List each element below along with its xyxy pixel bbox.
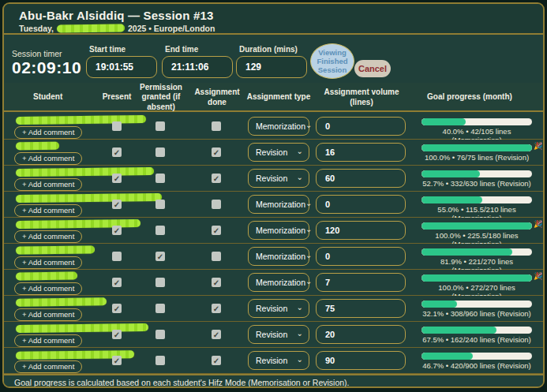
add-comment-button[interactable]: + Add comment: [14, 360, 82, 373]
goal-progress: 100.0% • 225.5/180 lines (Memorization) …: [421, 218, 537, 244]
party-popper-icon: 🎉: [534, 142, 542, 150]
assignment-type-select[interactable]: Revision ⌄: [248, 143, 309, 162]
start-time-input[interactable]: 19:01:55: [86, 56, 157, 78]
add-comment-button[interactable]: + Add comment: [14, 178, 82, 191]
permission-checkbox[interactable]: [155, 147, 165, 157]
assignment-type-value: Memorization: [256, 226, 305, 235]
column-header-assignment-volume: Assignment volume (lines): [317, 83, 406, 112]
permission-checkbox[interactable]: [155, 174, 165, 183]
assignment-type-select[interactable]: Memorization ⌄: [248, 117, 309, 136]
progress-bar: [421, 301, 532, 308]
footer-note: Goal progress is calculated based on eac…: [14, 378, 350, 387]
duration-label: Duration (mins): [239, 45, 307, 54]
present-checkbox[interactable]: ✓: [112, 278, 122, 287]
assignment-done-checkbox[interactable]: [212, 252, 221, 261]
chevron-down-icon: ⌄: [297, 173, 303, 181]
assignment-done-checkbox[interactable]: [212, 200, 221, 209]
add-comment-button[interactable]: + Add comment: [14, 308, 82, 321]
progress-fill: [421, 327, 496, 334]
permission-checkbox[interactable]: [155, 226, 165, 235]
permission-checkbox[interactable]: [155, 356, 165, 365]
assignment-volume-input[interactable]: 0: [316, 247, 406, 266]
add-comment-button[interactable]: + Add comment: [14, 334, 82, 347]
assignment-volume-input[interactable]: 0: [316, 117, 406, 136]
progress-fill: [421, 222, 532, 230]
add-comment-button[interactable]: + Add comment: [14, 230, 82, 243]
student-name: [16, 116, 122, 124]
assignment-type-select[interactable]: Memorization ⌄: [248, 195, 309, 214]
name-redaction-highlight: [16, 245, 95, 254]
end-time-field: End time 21:11:06: [162, 45, 233, 78]
assignment-done-checkbox[interactable]: ✓: [212, 174, 221, 183]
permission-checkbox[interactable]: [155, 330, 165, 339]
session-controls: Session timer 02:09:10 Start time 19:01:…: [4, 36, 543, 83]
assignment-done-checkbox[interactable]: ✓: [212, 226, 221, 235]
add-comment-button[interactable]: + Add comment: [14, 152, 82, 165]
chevron-down-icon: ⌄: [305, 277, 312, 286]
goal-progress: 52.7% • 332/630 lines (Revision) 🎉: [421, 166, 537, 192]
present-checkbox[interactable]: ✓: [112, 174, 122, 183]
assignment-type-select[interactable]: Revision ⌄: [248, 169, 309, 188]
assignment-type-select[interactable]: Memorization ⌄: [248, 247, 309, 266]
present-checkbox[interactable]: [112, 252, 122, 261]
end-time-input[interactable]: 21:11:06: [162, 56, 233, 78]
assignment-type-value: Memorization: [256, 121, 305, 131]
assignment-volume-input[interactable]: 0: [316, 195, 406, 214]
assignment-volume-input[interactable]: 90: [316, 351, 406, 370]
present-checkbox[interactable]: ✓: [112, 147, 122, 157]
present-checkbox[interactable]: ✓: [112, 330, 122, 339]
assignment-done-checkbox[interactable]: ✓: [212, 147, 221, 157]
permission-checkbox[interactable]: [155, 278, 165, 287]
progress-text: 46.7% • 420/900 lines (Revision): [421, 361, 532, 370]
duration-input[interactable]: 129: [236, 56, 307, 78]
session-date: Tuesday, 2025 • Europe/London: [19, 24, 543, 33]
goal-progress: 46.7% • 420/900 lines (Revision) 🎉: [421, 348, 537, 374]
student-row: + Add comment Memorization ⌄ 0 40.0% • 4…: [4, 114, 543, 140]
chevron-down-icon: ⌄: [305, 199, 312, 207]
name-redaction-highlight: [16, 167, 154, 177]
add-comment-button[interactable]: + Add comment: [14, 204, 82, 217]
assignment-volume-input[interactable]: 16: [316, 143, 406, 162]
student-row: + Add comment ✓ Memorization ⌄ 0 55.0% •…: [4, 192, 543, 218]
name-redaction-highlight: [16, 323, 148, 333]
assignment-volume-input[interactable]: 75: [316, 299, 406, 318]
student-row: + Add comment ✓ ✓ Revision ⌄ 20 67.5% • …: [4, 322, 543, 348]
assignment-type-select[interactable]: Revision ⌄: [248, 325, 309, 344]
present-checkbox[interactable]: ✓: [112, 200, 122, 209]
cancel-button[interactable]: Cancel: [354, 60, 391, 77]
assignment-volume-input[interactable]: 20: [316, 325, 406, 344]
present-checkbox[interactable]: [112, 121, 122, 131]
assignment-done-checkbox[interactable]: ✓: [212, 330, 221, 339]
present-checkbox[interactable]: ✓: [112, 226, 122, 235]
assignment-type-select[interactable]: Memorization ⌄: [248, 221, 309, 240]
party-popper-icon: 🎉: [534, 272, 542, 280]
student-row: Fawaz + Add comment ✓ ✓ Revision ⌄ 90 46…: [4, 348, 543, 374]
permission-checkbox[interactable]: [155, 304, 165, 313]
assignment-type-select[interactable]: Revision ⌄: [248, 299, 309, 318]
party-popper-icon: 🎉: [534, 220, 542, 228]
assignment-done-checkbox[interactable]: [212, 121, 221, 131]
title-bar: Abu-Bakr Alsiddiq — Session #13 Tuesday,…: [4, 4, 543, 35]
assignment-type-select[interactable]: Revision ⌄: [248, 351, 309, 370]
permission-checkbox[interactable]: [155, 121, 165, 131]
assignment-volume-input[interactable]: 60: [316, 169, 406, 188]
assignment-done-checkbox[interactable]: ✓: [212, 278, 221, 287]
permission-checkbox[interactable]: ✓: [155, 252, 165, 261]
permission-checkbox[interactable]: [155, 200, 165, 209]
present-checkbox[interactable]: ✓: [112, 304, 122, 313]
assignment-done-checkbox[interactable]: ✓: [212, 356, 221, 365]
assignment-type-select[interactable]: Memorization ⌄: [248, 273, 309, 292]
student-row: + Add comment ✓ ✓ Memorization ⌄ 7 100.0…: [4, 270, 543, 296]
assignment-type-value: Revision: [256, 174, 287, 183]
progress-fill: [421, 118, 466, 125]
assignment-done-checkbox[interactable]: ✓: [212, 304, 221, 313]
add-comment-button[interactable]: + Add comment: [14, 126, 82, 139]
name-redaction-highlight: [16, 115, 146, 125]
viewing-finished-session-button[interactable]: Viewing Finished Session: [310, 43, 354, 79]
date-redaction-highlight: [57, 24, 125, 32]
assignment-volume-input[interactable]: 7: [316, 273, 406, 292]
present-checkbox[interactable]: ✓: [112, 356, 122, 365]
assignment-volume-input[interactable]: 120: [316, 221, 406, 240]
add-comment-button[interactable]: + Add comment: [14, 282, 82, 295]
add-comment-button[interactable]: + Add comment: [14, 256, 82, 269]
